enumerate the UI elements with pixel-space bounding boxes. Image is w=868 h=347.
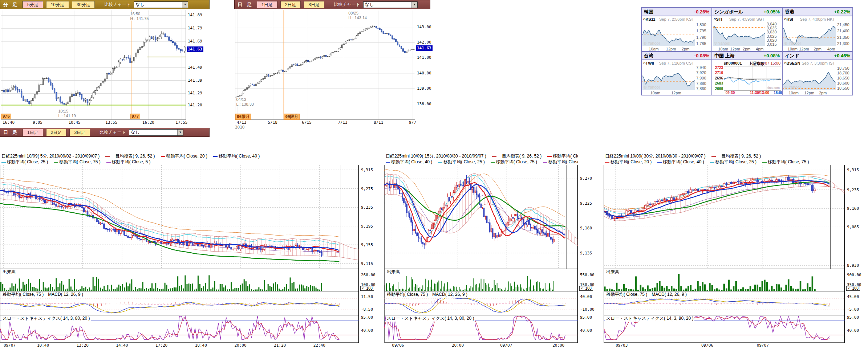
y-axis-label: 3,040 xyxy=(767,22,777,26)
tab-30min[interactable]: 30分足 xyxy=(72,1,95,8)
indicator-label: 移動平均( Close, 20 ) xyxy=(161,154,207,159)
indicator-color-icon xyxy=(491,162,495,163)
volume-panel-label: 出来高 xyxy=(386,269,401,275)
volume-axis-label: 550.00 xyxy=(580,273,595,277)
tab-10min[interactable]: 10分足 xyxy=(46,1,69,8)
session-date-badge: 09限月 xyxy=(284,114,299,120)
indicator-label: 移動平均( Close, 5 ) xyxy=(106,159,151,164)
x-axis-label: 17:55 xyxy=(175,120,187,125)
macd-axis-label: 11.50 xyxy=(361,294,373,299)
x-axis-label: 10am xyxy=(788,91,799,95)
indicator-label: 移動平均( Close, 75 ) xyxy=(491,159,537,164)
market-cell-header: 中国 上海+0.08% xyxy=(712,52,782,60)
y-axis-label: 3,035 xyxy=(767,26,777,30)
indicator-color-icon xyxy=(106,162,111,163)
session-date-badge: 9/7 xyxy=(130,114,141,119)
indicator-color-icon xyxy=(762,162,767,163)
symbol-label: ^KS11 xyxy=(643,17,655,21)
yahoo-watermark: © Yahoo! xyxy=(784,85,801,89)
x-axis-label: 9/7 xyxy=(409,120,416,125)
x-axis-label: 20:00 xyxy=(552,343,564,347)
y-axis-label: 3,025 xyxy=(767,34,777,38)
minute-chart-toolbar: 分 足 5分足 10分足 30分足 比較チャート なし ▼ xyxy=(0,0,210,9)
symbol-label: ^STI xyxy=(714,17,722,21)
chart-plot-area[interactable]: 08/25H : 143.1404/13L : 138.3306限月09限月 xyxy=(235,10,415,120)
y-axis-label: 21,350 xyxy=(837,35,849,40)
market-change-badge: +0.08% xyxy=(764,53,780,58)
price-axis-label: 9,315 xyxy=(847,168,859,172)
tab-3day[interactable]: 3日足 xyxy=(304,1,324,8)
y-axis-label: 21,450 xyxy=(837,23,849,27)
indicator-label: 移動平均( Close, 25 ) xyxy=(710,159,757,164)
x-axis-label: 20:00 xyxy=(234,343,246,347)
y-axis-label: 21,400 xyxy=(837,29,849,33)
quote-time: Sep 7, 1:26pm CST xyxy=(659,61,694,65)
x-axis-label: 11:30/13:00 xyxy=(750,91,769,95)
y-axis-label: 2710 xyxy=(713,71,723,75)
price-axis-label: 9,275 xyxy=(361,187,373,191)
stochastics-panel-label: スロー・ストキャスティクス( 14, 3, 80, 20 ) xyxy=(386,315,475,322)
x-axis-label: 10am xyxy=(649,47,659,51)
symbol-label: sh000001 xyxy=(724,61,742,65)
x-axis-label: 09/07 xyxy=(500,343,512,347)
yahoo-watermark: © Yahoo! xyxy=(784,41,801,45)
compare-select[interactable]: なし ▼ xyxy=(363,1,418,8)
nikkei-5min-chart[interactable]: 日経225mini 10/09( 5分, 2010/09/02 - 2010/0… xyxy=(0,152,381,347)
x-axis-label: 09/03 xyxy=(616,343,628,347)
indicator-label: 一目均衡表( 9, 26, 52 ) xyxy=(711,154,761,159)
y-axis-label: 21,300 xyxy=(837,41,849,46)
x-axis-label: 13:55 xyxy=(105,120,117,125)
indicator-label: 移動平均( Close, 20 ) xyxy=(605,159,652,164)
stoch-axis-label: 40.00 xyxy=(580,328,592,333)
price-axis-label: 8,930 xyxy=(847,263,859,268)
tab-2day[interactable]: 2日足 xyxy=(46,129,67,136)
x-axis-label: 21:20 xyxy=(274,343,286,347)
y-axis-label: 7,940 xyxy=(696,65,706,70)
stoch-axis-label: 95.00 xyxy=(847,315,859,320)
yahoo-watermark: © Yahoo! xyxy=(644,85,660,89)
x-axis-label: 10am xyxy=(650,91,661,95)
tab-5min[interactable]: 5分足 xyxy=(23,1,43,8)
macd-panel-label: 移動平均( Close, 75 ) MACD( 12, 26, 9 ) xyxy=(605,291,688,298)
market-cell-^KS11[interactable]: 韓国-0.26%^KS11Sep 7, 2:56pm KST1,8001,795… xyxy=(641,8,712,52)
volume-unit-badge: × 100 xyxy=(579,286,593,291)
compare-select[interactable]: なし ▼ xyxy=(129,129,183,136)
nikkei-30min-chart[interactable]: 日経225mini 10/09( 30分, 2010/08/30 - 2010/… xyxy=(604,152,868,347)
x-axis-label: 15:00 xyxy=(774,91,783,95)
quote-time: Sep 7, 4:00pm HKT xyxy=(800,17,835,21)
x-axis-label: 2pm xyxy=(682,47,689,51)
market-cell-^HSI[interactable]: 香港+0.22%^HSISep 7, 4:00pm HKT21,45021,40… xyxy=(782,8,853,52)
compare-select[interactable]: なし ▼ xyxy=(134,1,188,8)
y-axis-label: 141.29 xyxy=(188,91,202,95)
market-change-badge: -0.08% xyxy=(694,53,709,58)
x-axis-label: 09:30 xyxy=(726,91,735,95)
indicator-label: 移動平均( Close, 40 ) xyxy=(657,159,704,164)
stochastics-panel-label: スロー・ストキャスティクス( 14, 3, 80, 20 ) xyxy=(605,315,694,322)
price-axis-label: 9,180 xyxy=(580,226,592,230)
chart-title: 日経225mini 10/09( 15分, 2010/08/30 - 2010/… xyxy=(386,154,486,159)
quote-time: Sep 7, 2:56pm KST xyxy=(659,17,694,21)
session-date-badge: 06限月 xyxy=(235,114,251,120)
chart-plot-area[interactable]: 16:50H : 141.7510:15L : 141.199/69/7 xyxy=(1,10,186,120)
stoch-axis-label: 95.00 xyxy=(361,315,373,320)
x-axis-label: 10am xyxy=(788,47,798,51)
tab-2day[interactable]: 2日足 xyxy=(280,1,301,8)
tab-1day[interactable]: 1日足 xyxy=(23,129,43,136)
market-cell-^STI[interactable]: シンガポール+0.05%^STISep 7, 4:59pm SGT3,0403,… xyxy=(712,8,782,52)
market-cell-^BSESN[interactable]: インド+0.46%^BSESNSep 7, 3:30pm IST18,75018… xyxy=(782,52,853,95)
asian-markets-panel: 韓国-0.26%^KS11Sep 7, 2:56pm KST1,8001,795… xyxy=(641,7,853,95)
y-axis-label: 142.00 xyxy=(417,40,431,45)
market-cell-^TWII[interactable]: 台湾-0.08%^TWIISep 7, 1:26pm CST7,9407,920… xyxy=(641,52,712,95)
y-axis-label: 18,750 xyxy=(837,66,849,70)
market-name: 中国 上海 xyxy=(714,53,735,59)
chart-annotation: 10:15L : 141.19 xyxy=(58,109,76,118)
tab-1day[interactable]: 1日足 xyxy=(257,1,277,8)
x-axis-label: 5/18 xyxy=(268,120,277,125)
nikkei-15min-chart[interactable]: 日経225mini 10/09( 15分, 2010/08/30 - 2010/… xyxy=(384,152,600,347)
tab-3day[interactable]: 3日足 xyxy=(69,129,90,136)
indicator-label: 移動平均( Close, 75 ) xyxy=(762,159,809,164)
macd-axis-label: -10.00 xyxy=(580,307,595,312)
y-axis-label: 7,880 xyxy=(696,81,706,86)
symbol-label: ^TWII xyxy=(643,61,654,65)
market-cell-sh000001[interactable]: 中国 上海+0.08%sh000001上証指数09-07 15:00sina.c… xyxy=(712,52,782,95)
